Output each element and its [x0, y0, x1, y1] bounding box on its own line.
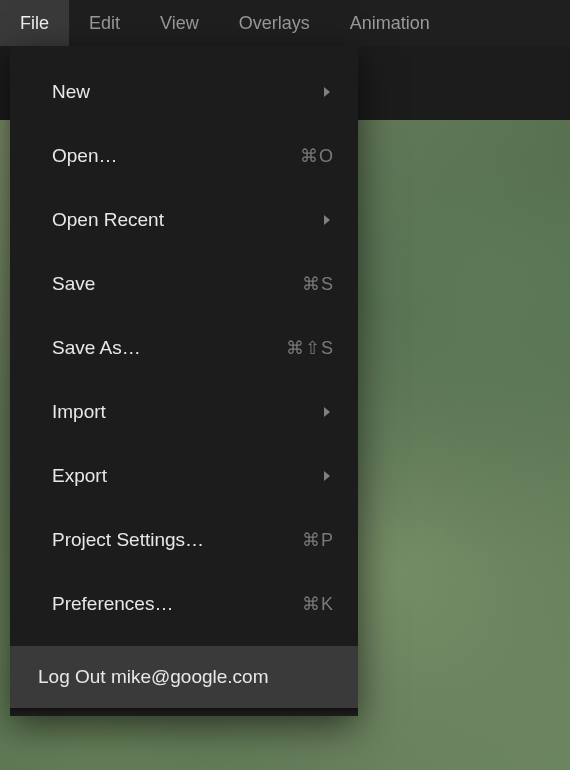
menu-item-new[interactable]: New: [10, 60, 358, 124]
chevron-right-icon: [323, 86, 332, 98]
menu-item-label: Preferences…: [52, 593, 302, 615]
menu-item-shortcut: ⌘⇧S: [286, 337, 334, 359]
menu-tab-label: Animation: [350, 13, 430, 34]
dropdown-shadow: [10, 708, 358, 716]
menu-item-shortcut: ⌘K: [302, 593, 334, 615]
menu-item-project-settings[interactable]: Project Settings… ⌘P: [10, 508, 358, 572]
menu-item-label: Export: [52, 465, 323, 487]
menu-tab-view[interactable]: View: [140, 0, 219, 46]
chevron-right-icon: [323, 406, 332, 418]
menu-tab-edit[interactable]: Edit: [69, 0, 140, 46]
menu-item-save-as[interactable]: Save As… ⌘⇧S: [10, 316, 358, 380]
menu-item-logout[interactable]: Log Out mike@google.com: [10, 646, 358, 708]
menu-tab-label: View: [160, 13, 199, 34]
menubar: File Edit View Overlays Animation: [0, 0, 570, 46]
chevron-right-icon: [323, 470, 332, 482]
menu-item-shortcut: ⌘P: [302, 529, 334, 551]
menu-item-shortcut: ⌘O: [300, 145, 334, 167]
file-dropdown: New Open… ⌘O Open Recent Save ⌘S Save As…: [10, 46, 358, 716]
menu-item-open-recent[interactable]: Open Recent: [10, 188, 358, 252]
menu-tab-file[interactable]: File: [0, 0, 69, 46]
menu-item-label: Open…: [52, 145, 300, 167]
chevron-right-icon: [323, 214, 332, 226]
menu-item-label: Open Recent: [52, 209, 323, 231]
menu-item-label: Project Settings…: [52, 529, 302, 551]
menu-item-shortcut: ⌘S: [302, 273, 334, 295]
menu-tab-label: Edit: [89, 13, 120, 34]
menu-tab-label: File: [20, 13, 49, 34]
menu-item-preferences[interactable]: Preferences… ⌘K: [10, 572, 358, 636]
menu-item-label: Save As…: [52, 337, 286, 359]
menu-item-import[interactable]: Import: [10, 380, 358, 444]
menu-item-open[interactable]: Open… ⌘O: [10, 124, 358, 188]
menu-tab-overlays[interactable]: Overlays: [219, 0, 330, 46]
menu-item-label: New: [52, 81, 323, 103]
menu-item-label: Import: [52, 401, 323, 423]
menu-tab-animation[interactable]: Animation: [330, 0, 450, 46]
menu-tab-label: Overlays: [239, 13, 310, 34]
menu-item-save[interactable]: Save ⌘S: [10, 252, 358, 316]
menu-item-label: Log Out mike@google.com: [38, 666, 269, 688]
logout-section: Log Out mike@google.com: [10, 646, 358, 708]
menu-item-label: Save: [52, 273, 302, 295]
menu-item-export[interactable]: Export: [10, 444, 358, 508]
